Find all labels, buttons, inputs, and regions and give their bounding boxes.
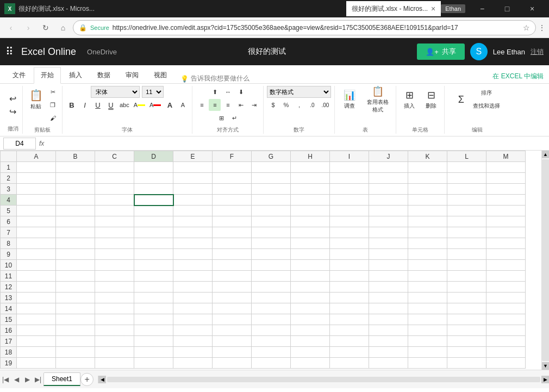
cell-B10[interactable] xyxy=(56,260,95,271)
cell-M15[interactable] xyxy=(486,314,526,325)
cell-K3[interactable] xyxy=(408,184,447,195)
wrap-text-button[interactable]: ↵ xyxy=(228,112,240,124)
decrease-font-button[interactable]: A xyxy=(177,99,189,111)
find-button[interactable]: 查找和选择 xyxy=(471,100,502,112)
cell-I15[interactable] xyxy=(330,314,369,325)
cell-J4[interactable] xyxy=(369,195,408,206)
cell-E6[interactable] xyxy=(173,216,213,227)
cell-G10[interactable] xyxy=(252,260,291,271)
cell-E3[interactable] xyxy=(173,184,213,195)
cell-A11[interactable] xyxy=(17,271,56,282)
cell-L16[interactable] xyxy=(447,325,486,336)
cell-M17[interactable] xyxy=(486,336,526,347)
cell-C5[interactable] xyxy=(95,206,134,216)
cell-B16[interactable] xyxy=(56,325,95,336)
cell-D2[interactable] xyxy=(134,173,173,184)
cell-K4[interactable] xyxy=(408,195,447,206)
sheet-prev-button[interactable]: ◀ xyxy=(11,374,22,385)
cell-I18[interactable] xyxy=(330,347,369,358)
cell-J14[interactable] xyxy=(369,303,408,314)
cell-B18[interactable] xyxy=(56,347,95,358)
signout-button[interactable]: 注销 xyxy=(531,47,544,57)
onedrive-link[interactable]: OneDrive xyxy=(87,48,117,56)
cell-E1[interactable] xyxy=(173,162,213,173)
cell-M16[interactable] xyxy=(486,325,526,336)
cell-I17[interactable] xyxy=(330,336,369,347)
copy-button[interactable]: ❐ xyxy=(47,99,59,111)
cell-C19[interactable] xyxy=(95,358,134,369)
cell-L1[interactable] xyxy=(447,162,486,173)
back-button[interactable]: ‹ xyxy=(3,20,18,35)
cell-L6[interactable] xyxy=(447,216,486,227)
address-input[interactable] xyxy=(113,24,520,32)
cell-A9[interactable] xyxy=(17,249,56,260)
cell-F7[interactable] xyxy=(213,227,252,238)
cell-A10[interactable] xyxy=(17,260,56,271)
cell-D10[interactable] xyxy=(134,260,173,271)
row-header-19[interactable]: 19 xyxy=(1,358,17,369)
strikethrough-button[interactable]: abc xyxy=(118,99,131,111)
cell-D7[interactable] xyxy=(134,227,173,238)
col-header-L[interactable]: L xyxy=(447,151,486,162)
cell-B1[interactable] xyxy=(56,162,95,173)
cell-G5[interactable] xyxy=(252,206,291,216)
cell-M19[interactable] xyxy=(486,358,526,369)
align-top-button[interactable]: ⬆ xyxy=(209,86,221,98)
cell-J9[interactable] xyxy=(369,249,408,260)
home-button[interactable]: ⌂ xyxy=(55,20,71,35)
row-header-18[interactable]: 18 xyxy=(1,347,17,358)
close-window-button[interactable]: × xyxy=(520,0,545,17)
col-header-C[interactable]: C xyxy=(95,151,134,162)
cell-H15[interactable] xyxy=(291,314,330,325)
cell-B5[interactable] xyxy=(56,206,95,216)
cell-M3[interactable] xyxy=(486,184,526,195)
cell-C13[interactable] xyxy=(95,293,134,303)
tab-data[interactable]: 数据 xyxy=(90,67,117,83)
row-header-12[interactable]: 12 xyxy=(1,282,17,293)
cell-I3[interactable] xyxy=(330,184,369,195)
cell-D1[interactable] xyxy=(134,162,173,173)
cell-H11[interactable] xyxy=(291,271,330,282)
cell-C1[interactable] xyxy=(95,162,134,173)
cell-I9[interactable] xyxy=(330,249,369,260)
cell-L4[interactable] xyxy=(447,195,486,206)
col-header-F[interactable]: F xyxy=(213,151,252,162)
cell-K14[interactable] xyxy=(408,303,447,314)
cell-A6[interactable] xyxy=(17,216,56,227)
minimize-button[interactable]: − xyxy=(470,0,495,17)
cell-C4[interactable] xyxy=(95,195,134,206)
percent-button[interactable]: % xyxy=(280,99,292,111)
tab-insert[interactable]: 插入 xyxy=(62,67,89,83)
cell-F2[interactable] xyxy=(213,173,252,184)
cell-E16[interactable] xyxy=(173,325,213,336)
cell-C2[interactable] xyxy=(95,173,134,184)
cell-L5[interactable] xyxy=(447,206,486,216)
italic-button[interactable]: I xyxy=(79,99,91,111)
row-header-13[interactable]: 13 xyxy=(1,293,17,303)
cell-J8[interactable] xyxy=(369,238,408,249)
cell-G16[interactable] xyxy=(252,325,291,336)
align-bottom-button[interactable]: ⬇ xyxy=(235,86,247,98)
comma-button[interactable]: , xyxy=(293,99,305,111)
row-header-8[interactable]: 8 xyxy=(1,238,17,249)
decrease-decimal-button[interactable]: .0 xyxy=(306,99,318,111)
bold-button[interactable]: B xyxy=(66,99,78,111)
horizontal-scroll-thumb[interactable] xyxy=(107,377,540,382)
row-header-5[interactable]: 5 xyxy=(1,206,17,216)
share-button[interactable]: 👤+ 共享 xyxy=(417,43,465,60)
cell-L17[interactable] xyxy=(447,336,486,347)
cell-H5[interactable] xyxy=(291,206,330,216)
cell-B17[interactable] xyxy=(56,336,95,347)
col-header-M[interactable]: M xyxy=(486,151,526,162)
align-center-button[interactable]: ≡ xyxy=(209,99,221,111)
align-middle-button[interactable]: ↔ xyxy=(222,86,234,98)
cell-H7[interactable] xyxy=(291,227,330,238)
cell-J17[interactable] xyxy=(369,336,408,347)
decrease-indent-button[interactable]: ⇤ xyxy=(235,99,247,111)
align-left-button[interactable]: ≡ xyxy=(196,99,208,111)
cell-D15[interactable] xyxy=(134,314,173,325)
cell-E10[interactable] xyxy=(173,260,213,271)
browser-tab[interactable]: 很好的测试.xlsx - Micros... × xyxy=(346,1,441,16)
cell-G7[interactable] xyxy=(252,227,291,238)
cell-B8[interactable] xyxy=(56,238,95,249)
